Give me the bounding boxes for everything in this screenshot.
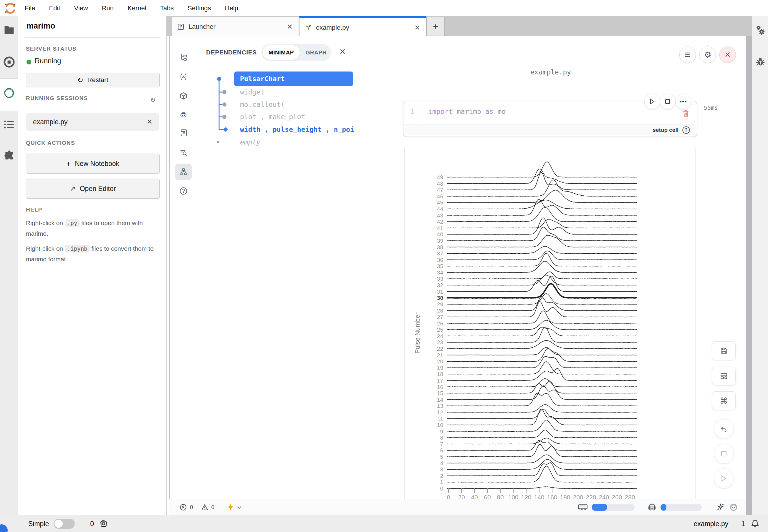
- y-tick-label: 45: [437, 199, 443, 206]
- pulse-waveform-9: [447, 420, 637, 431]
- notification-count: 1: [741, 520, 745, 528]
- files-icon[interactable]: [3, 24, 15, 36]
- tool-outline-search-icon[interactable]: [175, 144, 192, 161]
- simple-mode-toggle[interactable]: [54, 519, 75, 529]
- notebook-menu-button[interactable]: [679, 46, 696, 63]
- menu-help[interactable]: Help: [225, 4, 238, 12]
- bell-icon[interactable]: [750, 519, 760, 529]
- server-status-value: Running: [35, 57, 61, 65]
- pulse-waveform-42: [447, 207, 637, 222]
- tab-label: Launcher: [188, 23, 216, 31]
- pulse-waveform-37: [447, 246, 637, 253]
- pulse-waveform-49: [447, 162, 637, 177]
- restart-button[interactable]: ↻ Restart: [26, 73, 159, 87]
- y-tick-label: 14: [437, 397, 443, 403]
- code-line[interactable]: import marimo as mo: [428, 108, 506, 115]
- settings-gears-icon[interactable]: [755, 25, 766, 37]
- y-tick-label: 5: [440, 454, 443, 460]
- menu-edit[interactable]: Edit: [49, 4, 60, 12]
- marimo-logo-icon[interactable]: [3, 87, 15, 99]
- new-tab-button[interactable]: +: [426, 17, 445, 36]
- notebook-settings-button[interactable]: ⚙: [699, 46, 716, 63]
- y-tick-label: 25: [437, 327, 443, 333]
- undo-button[interactable]: [714, 419, 734, 439]
- warnings-icon[interactable]: [201, 503, 209, 511]
- y-tick-label: 11: [437, 415, 443, 422]
- y-tick-label: 44: [437, 206, 443, 212]
- y-tick-label: 15: [437, 390, 443, 396]
- stop-cell-button[interactable]: [660, 94, 676, 109]
- tool-packages-icon[interactable]: [175, 88, 192, 104]
- y-tick-label: 24: [437, 333, 443, 339]
- divider: [25, 37, 159, 38]
- tab-example-py[interactable]: example.py✕: [299, 16, 426, 37]
- errors-icon[interactable]: [179, 503, 187, 511]
- run-all-button[interactable]: [714, 468, 734, 488]
- leaf-icon: [305, 24, 312, 31]
- menu-view[interactable]: View: [74, 4, 88, 12]
- chevron-down-icon[interactable]: [237, 505, 242, 510]
- assistant-robot-icon[interactable]: [729, 503, 738, 512]
- close-tab-icon[interactable]: ✕: [413, 24, 422, 32]
- pulse-waveform-41: [447, 219, 637, 228]
- interrupt-button[interactable]: [714, 444, 734, 464]
- menu-file[interactable]: File: [25, 4, 35, 12]
- pulse-waveform-34: [447, 261, 637, 273]
- scrollbar[interactable]: [746, 36, 752, 515]
- tree-item-3[interactable]: plot , make_plot: [234, 110, 305, 124]
- tool-dependencies-icon[interactable]: [175, 164, 192, 180]
- y-tick-label: 23: [437, 339, 443, 345]
- ai-sparkle-icon[interactable]: [716, 503, 725, 512]
- tool-variables-icon[interactable]: [175, 69, 192, 85]
- more-actions-button[interactable]: •••: [675, 94, 691, 109]
- refresh-sessions-icon[interactable]: ↻: [150, 96, 155, 104]
- pulse-waveform-48: [447, 169, 637, 184]
- y-tick-label: 47: [437, 187, 443, 193]
- x-tick-label: 20: [458, 494, 465, 499]
- tree-item-2[interactable]: mo.callout(: [234, 97, 285, 112]
- open-editor-button[interactable]: ↗ Open Editor: [26, 179, 159, 199]
- menu-tabs[interactable]: Tabs: [160, 4, 174, 12]
- y-tick-label: 46: [437, 193, 443, 199]
- code-chip: .py: [65, 219, 79, 227]
- y-tick-label: 34: [437, 270, 443, 276]
- x-tick-label: 160: [547, 494, 557, 499]
- chip-icon[interactable]: [99, 519, 108, 528]
- keyboard-shortcuts-button[interactable]: ⌘: [712, 391, 736, 410]
- new-notebook-button[interactable]: + New Notebook: [26, 154, 159, 174]
- delete-cell-icon[interactable]: [682, 109, 690, 118]
- lightning-icon[interactable]: [227, 503, 234, 512]
- tree-item-4[interactable]: width , pulse_height , n_poi: [234, 122, 354, 137]
- menu-run[interactable]: Run: [102, 4, 114, 12]
- help-circle-icon[interactable]: [682, 126, 690, 134]
- y-tick-label: 39: [437, 238, 443, 244]
- menu-settings[interactable]: Settings: [187, 4, 211, 12]
- tool-logs-icon[interactable]: [175, 125, 192, 141]
- tool-help-icon[interactable]: [175, 183, 192, 199]
- tool-file-tree-icon[interactable]: [175, 49, 192, 66]
- tree-item-5[interactable]: empty: [234, 135, 260, 149]
- menu-kernel[interactable]: Kernel: [127, 4, 146, 12]
- y-tick-label: 0: [440, 486, 443, 492]
- y-tick-label: 36: [437, 257, 443, 263]
- shutdown-button[interactable]: ✕: [719, 46, 736, 63]
- table-of-contents-icon[interactable]: [3, 119, 15, 130]
- memory-usage-bar: [592, 504, 635, 511]
- y-tick-label: 32: [437, 282, 443, 288]
- save-button[interactable]: [712, 341, 736, 360]
- layout-button[interactable]: [712, 367, 736, 385]
- debug-bug-icon[interactable]: [756, 57, 765, 67]
- pulsar-ridgeline-chart: 4948474645444342414039383736353433323130…: [404, 145, 695, 499]
- running-kernels-icon[interactable]: [3, 56, 15, 68]
- close-tab-icon[interactable]: ✕: [285, 23, 295, 31]
- close-session-icon[interactable]: ✕: [147, 118, 152, 126]
- tree-item-0[interactable]: PulsarChart: [234, 72, 353, 86]
- session-item[interactable]: example.py ✕: [26, 113, 159, 131]
- y-tick-label: 42: [437, 219, 443, 225]
- tool-ai-assistant-icon[interactable]: [175, 107, 192, 123]
- run-cell-button[interactable]: [644, 94, 660, 109]
- open-editor-label: Open Editor: [80, 185, 116, 193]
- extensions-icon[interactable]: [3, 150, 15, 162]
- tree-item-1[interactable]: widget: [234, 85, 265, 99]
- tab-launcher[interactable]: Launcher✕: [172, 17, 299, 36]
